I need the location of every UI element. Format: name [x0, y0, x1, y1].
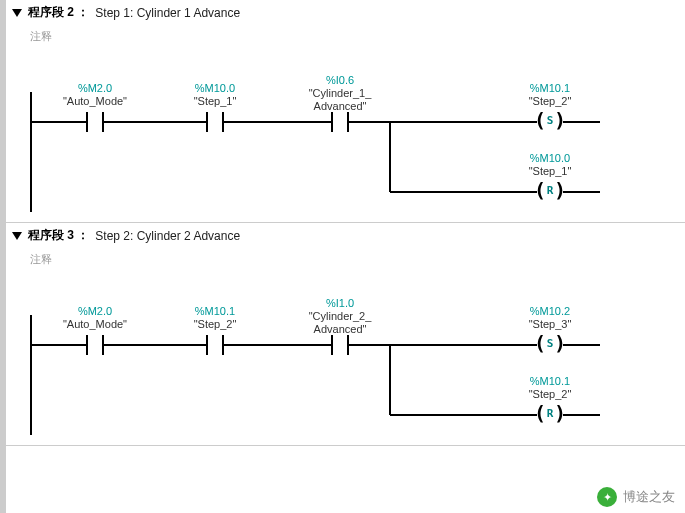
coil-r[interactable]: (R) [537, 405, 563, 425]
address: %M2.0 [50, 305, 140, 318]
no-contact[interactable] [331, 335, 349, 355]
symbol: "Step_2" [505, 388, 595, 401]
network: 程序段 2 ：Step 1: Cylinder 1 Advance注释%M2.0… [6, 0, 685, 223]
network-desc: Step 2: Cylinder 2 Advance [95, 229, 240, 243]
address: %M2.0 [50, 82, 140, 95]
coil-r[interactable]: (R) [537, 182, 563, 202]
network-desc: Step 1: Cylinder 1 Advance [95, 6, 240, 20]
ladder-editor: 程序段 2 ：Step 1: Cylinder 1 Advance注释%M2.0… [0, 0, 685, 513]
operand-label: %M10.0"Step_1" [505, 152, 595, 178]
operand-label: %I1.0"Cylinder_2_Advanced" [295, 297, 385, 337]
no-contact[interactable] [206, 335, 224, 355]
network-title: 程序段 2 ： [28, 4, 89, 21]
address: %M10.1 [505, 82, 595, 95]
operand-label: %M10.2"Step_3" [505, 305, 595, 331]
symbol: "Step_2" [170, 318, 260, 331]
collapse-toggle-icon[interactable] [12, 232, 22, 240]
network-header[interactable]: 程序段 2 ：Step 1: Cylinder 1 Advance [6, 0, 685, 25]
address: %M10.1 [170, 305, 260, 318]
address: %I1.0 [295, 297, 385, 310]
operand-label: %M10.1"Step_2" [505, 82, 595, 108]
symbol: "Step_1" [170, 95, 260, 108]
address: %I0.6 [295, 74, 385, 87]
operand-label: %M2.0"Auto_Mode" [50, 82, 140, 108]
no-contact[interactable] [206, 112, 224, 132]
address: %M10.0 [170, 82, 260, 95]
coil-s[interactable]: (S) [537, 112, 563, 132]
symbol: "Auto_Mode" [50, 318, 140, 331]
network: 程序段 3 ：Step 2: Cylinder 2 Advance注释%M2.0… [6, 223, 685, 446]
no-contact[interactable] [86, 112, 104, 132]
watermark: ✦博途之友 [597, 487, 675, 507]
power-rail [30, 92, 32, 212]
symbol: "Auto_Mode" [50, 95, 140, 108]
no-contact[interactable] [86, 335, 104, 355]
operand-label: %M10.1"Step_2" [505, 375, 595, 401]
symbol: "Cylinder_1_Advanced" [295, 87, 385, 113]
address: %M10.1 [505, 375, 595, 388]
ladder-rung[interactable]: %M2.0"Auto_Mode"%M10.0"Step_1"%I0.6"Cyli… [30, 62, 673, 222]
power-rail [30, 315, 32, 435]
symbol: "Step_2" [505, 95, 595, 108]
network-comment[interactable]: 注释 [6, 25, 685, 62]
symbol: "Step_1" [505, 165, 595, 178]
watermark-text: 博途之友 [623, 488, 675, 506]
operand-label: %I0.6"Cylinder_1_Advanced" [295, 74, 385, 114]
ladder-rung[interactable]: %M2.0"Auto_Mode"%M10.1"Step_2"%I1.0"Cyli… [30, 285, 673, 445]
address: %M10.0 [505, 152, 595, 165]
operand-label: %M10.0"Step_1" [170, 82, 260, 108]
network-title: 程序段 3 ： [28, 227, 89, 244]
address: %M10.2 [505, 305, 595, 318]
network-comment[interactable]: 注释 [6, 248, 685, 285]
symbol: "Step_3" [505, 318, 595, 331]
operand-label: %M10.1"Step_2" [170, 305, 260, 331]
network-header[interactable]: 程序段 3 ：Step 2: Cylinder 2 Advance [6, 223, 685, 248]
collapse-toggle-icon[interactable] [12, 9, 22, 17]
operand-label: %M2.0"Auto_Mode" [50, 305, 140, 331]
symbol: "Cylinder_2_Advanced" [295, 310, 385, 336]
coil-s[interactable]: (S) [537, 335, 563, 355]
no-contact[interactable] [331, 112, 349, 132]
wechat-icon: ✦ [597, 487, 617, 507]
